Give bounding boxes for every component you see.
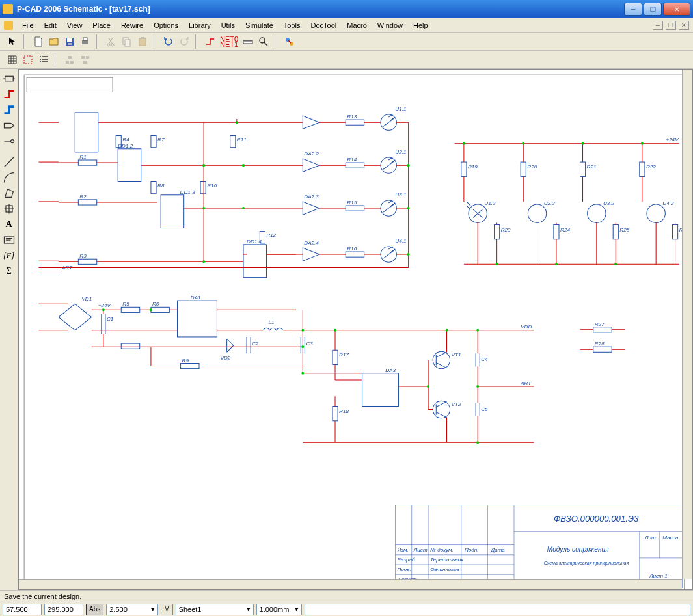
svg-text:C2: C2	[252, 341, 259, 347]
svg-point-137	[202, 260, 205, 263]
svg-point-121	[433, 351, 450, 368]
pal-refpoint[interactable]	[2, 202, 16, 216]
svg-text:R13: R13	[347, 114, 357, 120]
mdi-minimize[interactable]: ─	[653, 21, 663, 30]
hierarchy-up[interactable]	[62, 53, 77, 67]
undo-button[interactable]	[161, 34, 176, 49]
open-button[interactable]	[47, 34, 61, 49]
copy-button[interactable]	[120, 34, 134, 49]
coord-y[interactable]: 295.000	[44, 604, 83, 615]
svg-point-155	[427, 385, 429, 388]
schematic-svg: R1 R2 R3 ART DD1.2 R4 R7 R11 DD1.3 R8 R1…	[19, 70, 692, 590]
menu-tools[interactable]: Tools	[279, 20, 306, 31]
pal-pin[interactable]	[2, 134, 16, 148]
horizontal-scrollbar[interactable]	[19, 579, 682, 589]
menu-edit[interactable]: Edit	[39, 20, 62, 31]
window-title: P-CAD 2006 Schematic - [tav17.sch]	[17, 5, 624, 14]
menu-window[interactable]: Window	[372, 20, 408, 31]
wire-tool-icon[interactable]	[203, 34, 217, 49]
units-dropdown[interactable]: 1.000mm▾	[256, 604, 302, 615]
zoom-tool[interactable]	[256, 34, 271, 49]
svg-point-157	[476, 385, 479, 388]
menu-macro[interactable]: Macro	[342, 20, 372, 31]
grid-dropdown[interactable]: 2.500▾	[106, 604, 158, 615]
svg-text:R14: R14	[347, 157, 357, 163]
pal-port[interactable]	[2, 118, 16, 133]
svg-rect-3	[82, 40, 88, 44]
svg-point-136	[202, 207, 205, 209]
svg-point-134	[150, 308, 152, 311]
pal-bus[interactable]	[2, 103, 16, 117]
menu-file[interactable]: File	[17, 20, 39, 31]
menu-simulate[interactable]: Simulate	[240, 20, 279, 31]
menu-place[interactable]: Place	[87, 20, 116, 31]
pal-line[interactable]	[2, 155, 16, 169]
pal-attr[interactable]	[2, 233, 16, 247]
svg-text:R7: R7	[157, 137, 165, 142]
svg-text:DA2.3: DA2.3	[304, 194, 319, 200]
mdi-close[interactable]: ✕	[679, 21, 689, 30]
measure-tool[interactable]	[241, 34, 255, 49]
svg-rect-2	[68, 43, 72, 45]
svg-rect-115	[333, 350, 338, 364]
cut-button[interactable]	[104, 34, 118, 49]
print-button[interactable]	[78, 34, 92, 49]
menu-library[interactable]: Library	[183, 20, 216, 31]
schematic-canvas[interactable]: R1 R2 R3 ART DD1.2 R4 R7 R11 DD1.3 R8 R1…	[18, 69, 693, 590]
macro-button[interactable]: M	[161, 604, 172, 615]
svg-text:U2.1: U2.1	[395, 149, 406, 155]
svg-rect-32	[78, 259, 96, 264]
svg-rect-129	[593, 327, 612, 332]
svg-text:+24V: +24V	[666, 137, 679, 142]
maximize-button[interactable]: ❐	[644, 3, 662, 16]
pal-wire[interactable]	[2, 87, 16, 101]
menu-options[interactable]: Options	[148, 20, 183, 31]
paste-button[interactable]	[135, 34, 150, 49]
redo-button[interactable]	[177, 34, 191, 49]
abs-button[interactable]: Abs	[86, 604, 103, 615]
svg-text:R8: R8	[157, 183, 165, 189]
grid-tool[interactable]	[5, 53, 20, 67]
pal-field[interactable]: {F}	[2, 248, 16, 263]
svg-text:+24V: +24V	[98, 302, 112, 308]
pal-ieee[interactable]: Σ	[2, 264, 16, 278]
pal-polygon[interactable]	[2, 186, 16, 200]
svg-text:Модуль сопряжения: Модуль сопряжения	[547, 546, 609, 553]
menu-doctool[interactable]: DocTool	[306, 20, 342, 31]
svg-rect-93	[640, 162, 645, 176]
coord-x[interactable]: 57.500	[3, 604, 42, 615]
vertical-scrollbar[interactable]	[682, 70, 692, 579]
svg-rect-85	[554, 224, 559, 239]
minimize-button[interactable]: ─	[624, 3, 642, 16]
svg-rect-55	[346, 120, 364, 125]
svg-point-152	[301, 345, 304, 348]
svg-point-23	[10, 140, 14, 143]
pal-arc[interactable]	[2, 170, 16, 185]
pal-part[interactable]	[2, 72, 16, 86]
menu-help[interactable]: Help	[408, 20, 433, 31]
mdi-restore[interactable]: ❐	[666, 21, 676, 30]
hierarchy-down[interactable]	[78, 53, 92, 67]
svg-text:R19: R19	[468, 164, 478, 170]
svg-rect-104	[151, 307, 169, 312]
net-tool[interactable]: NET0NET1	[219, 34, 239, 49]
svg-text:DA3: DA3	[385, 368, 396, 373]
pal-text[interactable]: A	[2, 217, 16, 232]
menu-utils[interactable]: Utils	[216, 20, 240, 31]
svg-text:Лист: Лист	[413, 547, 428, 553]
list-tool[interactable]	[36, 53, 51, 67]
new-button[interactable]	[31, 34, 46, 49]
save-button[interactable]	[62, 34, 77, 49]
svg-point-153	[301, 372, 304, 375]
sheet-dropdown[interactable]: Sheet1▾	[176, 604, 254, 615]
menu-rewire[interactable]: Rewire	[116, 20, 148, 31]
select-tool[interactable]	[5, 34, 20, 49]
close-button[interactable]: ✕	[663, 3, 690, 16]
drc-tool[interactable]	[282, 34, 297, 49]
svg-text:Разраб.: Разраб.	[397, 557, 416, 563]
svg-text:R6: R6	[152, 301, 159, 307]
svg-point-135	[202, 164, 205, 167]
svg-point-133	[102, 308, 105, 311]
menu-view[interactable]: View	[62, 20, 88, 31]
select-rect-tool[interactable]	[21, 53, 35, 67]
